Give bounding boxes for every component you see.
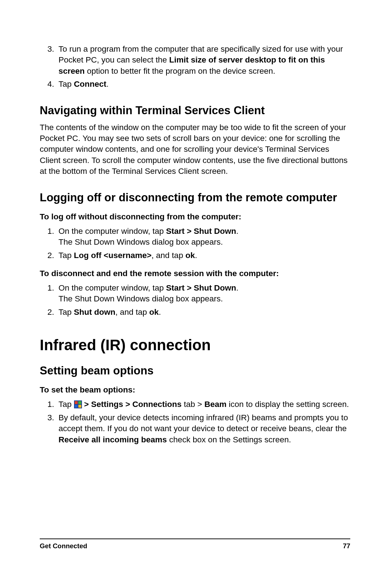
text: . (236, 283, 238, 292)
text: Tap (58, 80, 74, 89)
list-marker: 1. (40, 226, 58, 248)
bold-text: ok (185, 251, 195, 260)
bold-text: Shut down (74, 308, 116, 317)
section-heading-beam: Setting beam options (40, 364, 350, 377)
subheading-disconnect: To disconnect and end the remote session… (40, 269, 350, 278)
bold-text: Log off <username> (74, 251, 152, 260)
list-marker: 4. (40, 79, 58, 90)
list-body: Tap > Settings > Connections tab > Beam … (58, 399, 350, 410)
ordered-list-item: 2. Tap Shut down, and tap ok. (40, 307, 350, 318)
ordered-list-item: 2. Tap Log off <username>, and tap ok. (40, 250, 350, 261)
page: 3. To run a program from the computer th… (0, 0, 390, 588)
chapter-heading-infrared: Infrared (IR) connection (40, 336, 350, 354)
subheading-beam-options: To set the beam options: (40, 385, 350, 395)
list-body: To run a program from the computer that … (58, 44, 350, 77)
section-heading-logging: Logging off or disconnecting from the re… (40, 191, 350, 204)
bold-text: Start > Shut Down (166, 227, 236, 236)
footer-section-title: Get Connected (40, 542, 87, 550)
text: , and tap (116, 308, 150, 317)
text: The Shut Down Windows dialog box appears… (58, 294, 223, 303)
text: tab > (182, 400, 204, 409)
bold-text: Beam (204, 400, 226, 409)
text: . (107, 80, 109, 89)
text: . (236, 227, 238, 236)
subheading-logoff: To log off without disconnecting from th… (40, 212, 350, 222)
svg-rect-3 (75, 405, 78, 408)
bold-text: Connect (74, 80, 107, 89)
bold-text: > Settings > Connections (82, 400, 182, 409)
bold-text: Receive all incoming beams (58, 435, 167, 444)
text: icon to display the setting screen. (226, 400, 349, 409)
windows-start-icon (74, 400, 82, 408)
ordered-list-item: 3. To run a program from the computer th… (40, 44, 350, 77)
svg-rect-2 (78, 401, 81, 404)
list-marker: 3. (40, 412, 58, 445)
ordered-list-item: 1. On the computer window, tap Start > S… (40, 283, 350, 305)
list-marker: 3. (40, 44, 58, 77)
text: check box on the Settings screen. (167, 435, 291, 444)
text: On the computer window, tap (58, 283, 166, 292)
section-heading-navigating: Navigating within Terminal Services Clie… (40, 104, 350, 117)
list-body: On the computer window, tap Start > Shut… (58, 283, 350, 305)
list-marker: 2. (40, 250, 58, 261)
text: By default, your device detects incoming… (58, 413, 348, 433)
list-marker: 1. (40, 283, 58, 305)
ordered-list-item: 1. On the computer window, tap Start > S… (40, 226, 350, 248)
text: Tap (58, 251, 74, 260)
text: On the computer window, tap (58, 227, 166, 236)
list-body: By default, your device detects incoming… (58, 412, 350, 445)
text: Tap (58, 400, 74, 409)
text: The Shut Down Windows dialog box appears… (58, 237, 223, 246)
list-body: Tap Log off <username>, and tap ok. (58, 250, 350, 261)
page-number: 77 (343, 542, 350, 550)
ordered-list-item: 4. Tap Connect. (40, 79, 350, 90)
list-body: On the computer window, tap Start > Shut… (58, 226, 350, 248)
body-paragraph: The contents of the window on the comput… (40, 122, 350, 177)
list-body: Tap Shut down, and tap ok. (58, 307, 350, 318)
text: , and tap (152, 251, 186, 260)
bold-text: Start > Shut Down (166, 283, 236, 292)
svg-rect-1 (75, 401, 78, 404)
svg-rect-4 (78, 405, 81, 408)
text: Tap (58, 308, 74, 317)
text: . (195, 251, 197, 260)
page-footer: Get Connected 77 (40, 538, 350, 550)
list-marker: 2. (40, 307, 58, 318)
text: option to better fit the program on the … (85, 66, 276, 76)
text: . (159, 308, 161, 317)
list-marker: 1. (40, 399, 58, 410)
ordered-list-item: 1. Tap > Settings > Connections tab > Be… (40, 399, 350, 410)
ordered-list-item: 3. By default, your device detects incom… (40, 412, 350, 445)
list-body: Tap Connect. (58, 79, 350, 90)
bold-text: ok (149, 308, 159, 317)
